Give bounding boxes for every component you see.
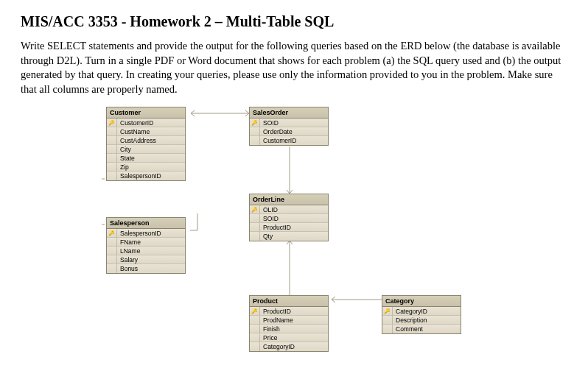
row-marker [250,342,260,351]
field-label: CustomerID [117,119,185,127]
field-label: CustAddress [117,137,185,144]
row-marker [250,223,260,231]
table-row: Salary [107,255,185,264]
table-row: Comment [382,325,461,333]
table-row: Description [382,316,461,325]
table-row: FName [107,238,185,247]
row-marker [250,127,260,135]
field-label: CustomerID [260,137,328,144]
key-icon: 🔑 [250,205,260,213]
field-label: SalespersonID [117,230,185,237]
table-row: LName [107,247,185,255]
table-row: ProdName [250,316,328,325]
field-label: OrderDate [260,128,328,135]
row-marker [107,145,117,153]
row-marker [250,136,260,145]
table-row: City [107,145,185,154]
field-label: Finish [260,325,328,333]
row-marker [107,171,117,180]
field-label: FName [117,238,185,246]
row-marker [250,325,260,333]
field-label: CustName [117,128,185,135]
instructions-text: Write SELECT statements and provide the … [21,39,567,96]
row-marker [107,255,117,263]
table-row: 🔑SOID [250,119,328,127]
row-marker [250,214,260,222]
field-label: Price [260,334,328,342]
key-icon: 🔑 [382,307,393,315]
row-marker [107,163,117,171]
entity-header: Customer [107,107,185,119]
table-row: 🔑SalespersonID [107,229,185,238]
page-title: MIS/ACC 3353 - Homework 2 – Multi-Table … [21,13,567,30]
row-marker [382,325,393,333]
row-marker [107,154,117,162]
entity-header: OrderLine [250,194,328,205]
table-row: ProductID [250,223,328,232]
table-row: 🔑CustomerID [107,119,185,127]
entity-header: Product [250,296,328,307]
field-label: ProductID [260,224,328,231]
row-marker [107,264,117,273]
row-marker [107,238,117,246]
field-label: CategoryID [260,343,328,350]
row-marker [107,127,117,135]
key-icon: 🔑 [107,119,117,127]
table-row: CustName [107,127,185,136]
row-marker [250,232,260,241]
field-label: Qty [260,233,328,240]
table-row: CustomerID [250,136,328,145]
field-label: OLID [260,206,328,213]
table-row: Finish [250,325,328,333]
entity-salesperson: Salesperson 🔑SalespersonID FName LName S… [106,217,186,274]
table-row: Zip [107,163,185,171]
erd-diagram: Customer 🔑CustomerID CustName CustAddres… [102,107,500,357]
table-row: Qty [250,232,328,241]
table-row: OrderDate [250,127,328,136]
row-marker [382,316,393,324]
table-row: Price [250,333,328,342]
entity-header: SalesOrder [250,107,328,119]
field-label: Zip [117,163,185,171]
table-row: CategoryID [250,342,328,351]
field-label: Comment [393,325,461,333]
table-row: SalespersonID [107,171,185,180]
entity-header: Category [382,296,461,307]
field-label: Bonus [117,265,185,272]
field-label: SalespersonID [117,172,185,180]
key-icon: 🔑 [250,119,260,127]
key-icon: 🔑 [250,307,260,315]
field-label: SOID [260,215,328,222]
field-label: ProductID [260,308,328,315]
field-label: LName [117,247,185,255]
table-row: State [107,154,185,163]
field-label: CategoryID [393,308,461,315]
entity-orderline: OrderLine 🔑OLID SOID ProductID Qty [249,194,329,241]
table-row: CustAddress [107,136,185,145]
field-label: ProdName [260,316,328,324]
entity-customer: Customer 🔑CustomerID CustName CustAddres… [106,107,186,181]
row-marker [250,316,260,324]
field-label: Salary [117,256,185,263]
key-icon: 🔑 [107,229,117,237]
table-row: 🔑ProductID [250,307,328,316]
entity-category: Category 🔑CategoryID Description Comment [382,295,461,334]
table-row: 🔑OLID [250,205,328,214]
row-marker [107,247,117,255]
field-label: Description [393,316,461,324]
table-row: SOID [250,214,328,223]
field-label: SOID [260,119,328,127]
field-label: State [117,155,185,162]
row-marker [250,333,260,342]
table-row: Bonus [107,264,185,273]
field-label: City [117,146,185,153]
table-row: 🔑CategoryID [382,307,461,316]
row-marker [107,136,117,144]
entity-header: Salesperson [107,218,185,229]
entity-salesorder: SalesOrder 🔑SOID OrderDate CustomerID [249,107,329,146]
entity-product: Product 🔑ProductID ProdName Finish Price… [249,295,329,352]
